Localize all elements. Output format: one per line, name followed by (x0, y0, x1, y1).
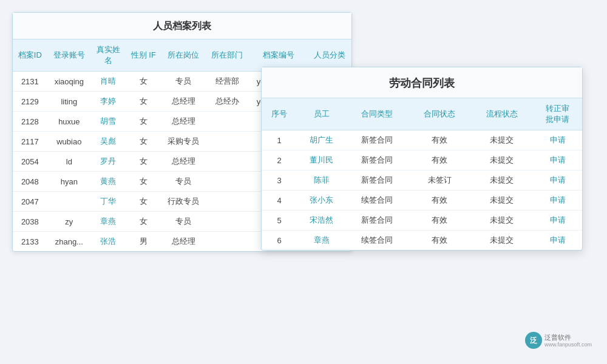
contract-header-row: 序号 员工 合同类型 合同状态 流程状态 转正审批申请 (262, 98, 582, 130)
cell-action[interactable]: 申请 (533, 150, 582, 170)
cell-account: ld (47, 152, 91, 172)
contract-row: 1 胡广生 新签合同 有效 未提交 申请 (262, 130, 582, 150)
cell-name[interactable]: 肖晴 (91, 72, 126, 92)
cell-employee[interactable]: 张小东 (297, 190, 346, 211)
cell-contract-type: 新签合同 (346, 130, 409, 150)
cell-gender: 女 (126, 212, 161, 232)
cell-seq: 4 (262, 190, 297, 211)
cell-action[interactable]: 申请 (533, 231, 582, 251)
cell-dept (205, 172, 249, 192)
cell-position: 采购专员 (161, 132, 205, 152)
cell-gender: 女 (126, 132, 161, 152)
cell-seq: 2 (262, 150, 297, 170)
cell-process-status: 未提交 (471, 211, 534, 231)
cell-seq: 1 (262, 130, 297, 150)
cell-dept (205, 112, 249, 132)
cell-contract-status: 未签订 (409, 170, 471, 190)
cell-name[interactable]: 章燕 (91, 212, 126, 232)
cell-account: zy (47, 212, 91, 232)
cell-seq: 5 (262, 211, 297, 231)
cell-name[interactable]: 罗丹 (91, 152, 126, 172)
cell-gender: 女 (126, 72, 161, 92)
cell-id: 2047 (13, 192, 47, 212)
cell-gender: 女 (126, 192, 161, 212)
cell-position: 行政专员 (161, 192, 205, 212)
col-name: 真实姓名 (91, 39, 126, 72)
cell-contract-status: 有效 (409, 211, 471, 231)
cell-process-status: 未提交 (471, 170, 534, 190)
cell-employee[interactable]: 胡广生 (297, 130, 346, 150)
cell-process-status: 未提交 (471, 190, 534, 211)
cell-name[interactable]: 吴彪 (91, 132, 126, 152)
col-contract-status: 合同状态 (409, 98, 471, 130)
cell-action[interactable]: 申请 (533, 211, 582, 231)
cell-account (47, 192, 91, 212)
cell-seq: 6 (262, 231, 297, 251)
cell-process-status: 未提交 (471, 150, 534, 170)
cell-employee[interactable]: 陈菲 (297, 170, 346, 190)
cell-gender: 男 (126, 232, 161, 252)
cell-process-status: 未提交 (471, 231, 534, 251)
col-employee: 员工 (297, 98, 346, 130)
cell-contract-type: 新签合同 (346, 150, 409, 170)
cell-name[interactable]: 张浩 (91, 232, 126, 252)
cell-account: xiaoqing (47, 72, 91, 92)
cell-dept (205, 212, 249, 232)
cell-id: 2054 (13, 152, 47, 172)
cell-process-status: 未提交 (471, 130, 534, 150)
cell-contract-status: 有效 (409, 150, 471, 170)
cell-dept: 经营部 (205, 72, 249, 92)
cell-position: 总经理 (161, 112, 205, 132)
cell-gender: 女 (126, 92, 161, 112)
col-gender: 性别 IF (126, 39, 161, 72)
cell-gender: 女 (126, 172, 161, 192)
contract-table-title: 劳动合同列表 (262, 67, 582, 98)
col-position: 所在岗位 (161, 39, 205, 72)
contract-row: 4 张小东 续签合同 有效 未提交 申请 (262, 190, 582, 211)
col-contract-type: 合同类型 (346, 98, 409, 130)
cell-position: 专员 (161, 172, 205, 192)
cell-action[interactable]: 申请 (533, 130, 582, 150)
col-process-status: 流程状态 (471, 98, 534, 130)
cell-employee[interactable]: 章燕 (297, 231, 346, 251)
cell-seq: 3 (262, 170, 297, 190)
cell-dept (205, 132, 249, 152)
cell-account: huxue (47, 112, 91, 132)
watermark: 泛 泛普软件 www.fanpusoft.com (525, 332, 592, 349)
page-wrapper: 人员档案列表 档案ID 登录账号 真实姓名 性别 IF 所在岗位 所在部门 档案… (6, 6, 601, 358)
cell-account: zhang... (47, 232, 91, 252)
cell-id: 2131 (13, 72, 47, 92)
contract-row: 6 章燕 续签合同 有效 未提交 申请 (262, 231, 582, 251)
cell-employee[interactable]: 宋浩然 (297, 211, 346, 231)
cell-contract-type: 续签合同 (346, 231, 409, 251)
cell-action[interactable]: 申请 (533, 170, 582, 190)
cell-name[interactable]: 黄燕 (91, 172, 126, 192)
cell-name[interactable]: 丁华 (91, 192, 126, 212)
contract-row: 2 董川民 新签合同 有效 未提交 申请 (262, 150, 582, 170)
cell-position: 专员 (161, 212, 205, 232)
cell-contract-type: 新签合同 (346, 211, 409, 231)
cell-gender: 女 (126, 112, 161, 132)
cell-account: wubiao (47, 132, 91, 152)
watermark-line1: 泛普软件 (544, 333, 592, 342)
cell-dept (205, 232, 249, 252)
cell-contract-status: 有效 (409, 190, 471, 211)
cell-id: 2048 (13, 172, 47, 192)
cell-account: hyan (47, 172, 91, 192)
watermark-text-block: 泛普软件 www.fanpusoft.com (544, 333, 592, 348)
col-id: 档案ID (13, 39, 47, 72)
cell-employee[interactable]: 董川民 (297, 150, 346, 170)
cell-contract-status: 有效 (409, 231, 471, 251)
cell-id: 2038 (13, 212, 47, 232)
watermark-logo: 泛 (525, 332, 542, 349)
cell-position: 专员 (161, 72, 205, 92)
cell-id: 2128 (13, 112, 47, 132)
cell-gender: 女 (126, 152, 161, 172)
cell-contract-type: 续签合同 (346, 190, 409, 211)
cell-action[interactable]: 申请 (533, 190, 582, 211)
cell-id: 2117 (13, 132, 47, 152)
cell-name[interactable]: 李婷 (91, 92, 126, 112)
cell-account: liting (47, 92, 91, 112)
cell-name[interactable]: 胡雪 (91, 112, 126, 132)
contract-table: 序号 员工 合同类型 合同状态 流程状态 转正审批申请 1 胡广生 新签合同 有… (262, 98, 582, 250)
